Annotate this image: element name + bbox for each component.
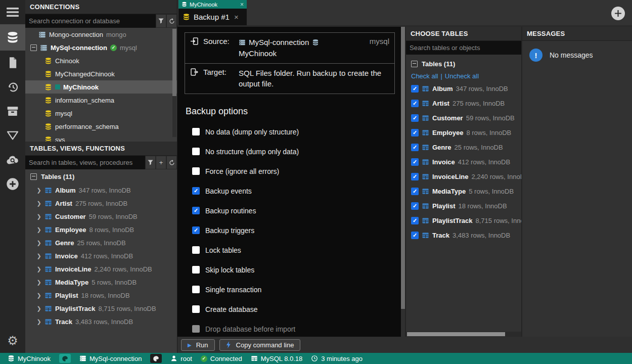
checkbox[interactable]: ✓ <box>411 114 419 122</box>
backup-option[interactable]: No data (dump only structure) <box>185 122 395 142</box>
tab-backup-1[interactable]: Backup #1 × <box>178 9 247 25</box>
table-item[interactable]: ❯ Album347 rows, InnoDB <box>25 184 177 197</box>
tables-filter-button[interactable] <box>145 156 156 169</box>
chevron-right-icon[interactable]: ❯ <box>36 226 41 233</box>
database-item[interactable]: mysql <box>25 107 177 120</box>
checkbox[interactable]: ✓ <box>192 226 200 234</box>
database-item[interactable]: sys <box>25 133 177 142</box>
checkbox[interactable]: ✓ <box>192 207 200 214</box>
choose-group-row[interactable]: Tables (11) <box>406 57 521 70</box>
checkbox[interactable] <box>192 167 200 175</box>
checkbox[interactable] <box>192 266 200 274</box>
connection-color-badge[interactable] <box>150 354 162 363</box>
choose-table-item[interactable]: ✓ Employee8 rows, InnoDB <box>406 125 521 140</box>
connections-filter-button[interactable] <box>156 14 166 28</box>
add-circle-icon[interactable] <box>0 172 25 196</box>
chevron-right-icon[interactable]: ❯ <box>36 266 41 272</box>
checkbox[interactable]: ✓ <box>411 144 419 151</box>
connections-refresh-button[interactable] <box>166 14 177 28</box>
checkbox[interactable]: ✓ <box>192 187 200 195</box>
close-icon[interactable]: × <box>234 13 239 21</box>
backup-option[interactable]: Create database <box>185 299 395 319</box>
chevron-right-icon[interactable]: ❯ <box>36 305 41 312</box>
check-all-link[interactable]: Check all <box>411 72 438 80</box>
backup-option[interactable]: ✓ Backup routines <box>185 201 395 220</box>
table-item[interactable]: ❯ PlaylistTrack8,715 rows, InnoDB <box>25 302 177 315</box>
close-icon[interactable]: × <box>240 1 244 8</box>
choose-table-item[interactable]: ✓ Customer59 rows, InnoDB <box>406 111 521 125</box>
table-item[interactable]: ❯ Invoice412 rows, InnoDB <box>25 249 177 262</box>
checkbox[interactable] <box>192 305 200 313</box>
connection-item[interactable]: MySql-connection ✓ mysql <box>25 41 177 54</box>
checkbox[interactable]: ✓ <box>411 100 419 107</box>
checkbox[interactable]: ✓ <box>411 202 419 210</box>
database-item[interactable]: MyChinook <box>25 80 177 94</box>
choose-tables-search-input[interactable] <box>406 41 521 55</box>
checkbox[interactable]: ✓ <box>411 173 419 180</box>
chevron-right-icon[interactable]: ❯ <box>36 213 41 220</box>
choose-tables-hscrollbar[interactable] <box>406 332 521 337</box>
checkbox[interactable] <box>192 325 200 333</box>
backup-option[interactable]: No structure (dump only data) <box>185 142 395 161</box>
choose-table-item[interactable]: ✓ PlaylistTrack8,715 rows, InnoDB <box>406 213 521 228</box>
choose-table-item[interactable]: ✓ Track3,483 rows, InnoDB <box>406 228 521 243</box>
archive-icon[interactable] <box>0 99 25 123</box>
choose-table-item[interactable]: ✓ MediaType5 rows, InnoDB <box>406 184 521 199</box>
database-item[interactable]: MyChangedChinook <box>25 67 177 80</box>
chevron-right-icon[interactable]: ❯ <box>36 318 41 325</box>
backup-option[interactable]: Force (ignore all errors) <box>185 161 395 181</box>
table-item[interactable]: ❯ Genre25 rows, InnoDB <box>25 236 177 249</box>
backup-option[interactable]: Drop database before import <box>185 319 395 337</box>
backup-option[interactable]: ✓ Backup triggers <box>185 220 395 240</box>
chevron-right-icon[interactable]: ❯ <box>36 200 41 207</box>
collapse-icon[interactable] <box>30 173 37 180</box>
backup-option[interactable]: Skip lock tables <box>185 260 395 280</box>
checkbox[interactable]: ✓ <box>411 85 419 93</box>
connections-scrollbar[interactable] <box>172 29 176 137</box>
collapse-icon[interactable] <box>411 61 418 67</box>
backup-option[interactable]: ✓ Backup events <box>185 181 395 201</box>
tables-search-input[interactable] <box>25 156 145 169</box>
connections-search-input[interactable] <box>25 14 156 28</box>
filter-triangle-icon[interactable] <box>0 123 25 148</box>
database-nav-icon[interactable] <box>0 24 25 51</box>
run-button[interactable]: ▶ Run <box>181 339 215 351</box>
status-user[interactable]: root <box>170 355 192 362</box>
uncheck-all-link[interactable]: Uncheck all <box>445 72 479 80</box>
checkbox[interactable] <box>192 286 200 293</box>
checkbox[interactable] <box>192 246 200 254</box>
choose-table-item[interactable]: ✓ Artist275 rows, InnoDB <box>406 96 521 111</box>
backup-scrollbar[interactable] <box>401 27 405 337</box>
choose-table-item[interactable]: ✓ InvoiceLine2,240 rows, InnoDB <box>406 169 521 184</box>
chevron-right-icon[interactable]: ❯ <box>36 253 41 259</box>
chevron-right-icon[interactable]: ❯ <box>36 292 41 299</box>
table-item[interactable]: ❯ Artist275 rows, InnoDB <box>25 197 177 210</box>
gear-icon[interactable]: ⚙ <box>0 329 25 353</box>
checkbox[interactable]: ✓ <box>411 158 419 166</box>
checkbox[interactable]: ✓ <box>411 232 419 239</box>
connection-item[interactable]: Mongo-connection mongo <box>25 28 177 41</box>
chevron-right-icon[interactable]: ❯ <box>36 240 41 246</box>
database-item[interactable]: performance_schema <box>25 120 177 133</box>
chevron-right-icon[interactable]: ❯ <box>36 187 41 194</box>
checkbox[interactable]: ✓ <box>411 188 419 195</box>
history-icon[interactable] <box>0 75 25 99</box>
collapse-icon[interactable] <box>30 44 37 51</box>
menu-icon[interactable] <box>0 0 25 24</box>
new-tab-button[interactable] <box>611 7 625 20</box>
table-item[interactable]: ❯ Employee8 rows, InnoDB <box>25 223 177 236</box>
status-database[interactable]: MyChinook <box>8 355 51 362</box>
backup-option[interactable]: Lock tables <box>185 240 395 260</box>
backup-option[interactable]: Single transaction <box>185 280 395 299</box>
chevron-right-icon[interactable]: ❯ <box>36 279 41 286</box>
tables-add-button[interactable]: + <box>156 156 166 169</box>
database-color-badge[interactable] <box>59 354 71 363</box>
table-item[interactable]: ❯ Track3,483 rows, InnoDB <box>25 315 177 328</box>
checkbox[interactable]: ✓ <box>411 129 419 136</box>
table-item[interactable]: ❯ InvoiceLine2,240 rows, InnoDB <box>25 262 177 276</box>
tables-group-row[interactable]: Tables (11) <box>25 169 177 184</box>
table-item[interactable]: ❯ Customer59 rows, InnoDB <box>25 210 177 223</box>
checkbox[interactable]: ✓ <box>411 217 419 224</box>
status-connection[interactable]: MySql-connection <box>79 355 142 362</box>
choose-table-item[interactable]: ✓ Genre25 rows, InnoDB <box>406 140 521 155</box>
